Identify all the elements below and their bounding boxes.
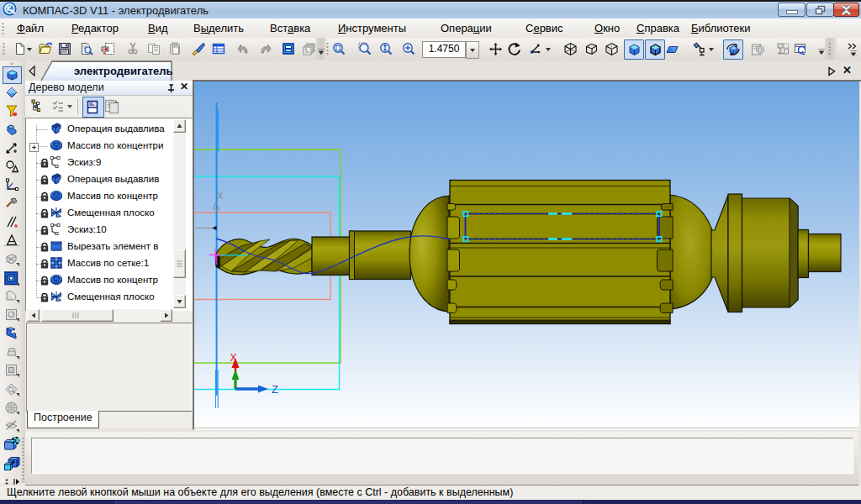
svg-text:X: X [217, 191, 224, 201]
svg-text:Z: Z [272, 383, 278, 396]
svg-text:X: X [230, 352, 237, 364]
